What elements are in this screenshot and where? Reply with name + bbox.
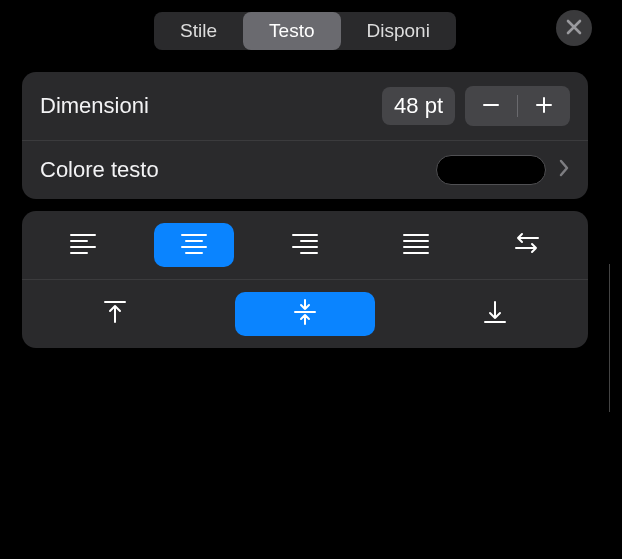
topbar: Stile Testo Disponi [0, 8, 610, 64]
align-right-icon [291, 232, 319, 258]
size-value-field[interactable]: 48 pt [382, 87, 455, 125]
callout-line [609, 264, 610, 412]
valign-bottom-button[interactable] [440, 292, 550, 336]
alignment-section [22, 211, 588, 348]
valign-middle-button[interactable] [235, 292, 375, 336]
size-increase-button[interactable] [518, 86, 570, 126]
text-format-panel: Stile Testo Disponi Dimensioni 48 pt [0, 0, 610, 348]
align-right-button[interactable] [265, 223, 345, 267]
size-row: Dimensioni 48 pt [22, 72, 588, 140]
text-color-swatch[interactable] [436, 155, 546, 185]
tab-arrange[interactable]: Disponi [341, 12, 456, 50]
plus-icon [534, 91, 554, 122]
size-stepper [465, 86, 570, 126]
text-direction-icon [512, 231, 542, 259]
align-center-icon [180, 232, 208, 258]
text-color-row[interactable]: Colore testo [22, 140, 588, 199]
tab-style[interactable]: Stile [154, 12, 243, 50]
align-justify-button[interactable] [376, 223, 456, 267]
valign-top-icon [101, 298, 129, 330]
align-justify-icon [402, 232, 430, 258]
vertical-align-row [22, 279, 588, 348]
size-decrease-button[interactable] [465, 86, 517, 126]
chevron-right-icon [558, 157, 570, 183]
align-left-button[interactable] [43, 223, 123, 267]
align-left-icon [69, 232, 97, 258]
text-color-label: Colore testo [40, 157, 436, 183]
valign-top-button[interactable] [60, 292, 170, 336]
close-icon [566, 15, 582, 41]
text-properties-section: Dimensioni 48 pt Colore testo [22, 72, 588, 199]
text-direction-button[interactable] [487, 223, 567, 267]
horizontal-align-row [22, 211, 588, 279]
tab-text[interactable]: Testo [243, 12, 340, 50]
segmented-control: Stile Testo Disponi [154, 12, 456, 50]
align-center-button[interactable] [154, 223, 234, 267]
valign-middle-icon [291, 298, 319, 330]
minus-icon [481, 91, 501, 122]
valign-bottom-icon [481, 298, 509, 330]
close-button[interactable] [556, 10, 592, 46]
size-label: Dimensioni [40, 93, 382, 119]
